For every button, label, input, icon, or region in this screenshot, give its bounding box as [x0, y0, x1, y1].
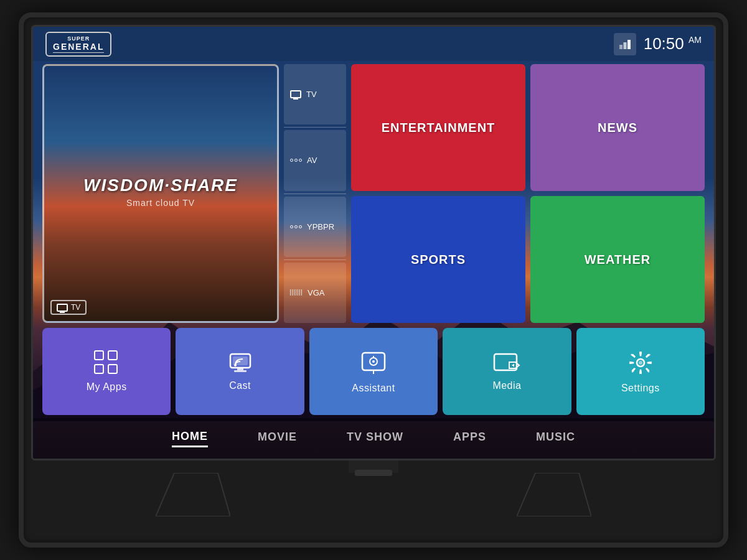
logo-underline: [53, 52, 104, 53]
vga-input-icon: [290, 289, 303, 296]
app-tile-media[interactable]: Media: [443, 328, 571, 415]
input-item-tv[interactable]: TV: [284, 64, 346, 124]
tiles-grid: ENTERTAINMENT NEWS SPORTS WEATHER: [351, 64, 705, 323]
apps-sq-3: [94, 364, 104, 374]
settings-label: Settings: [621, 383, 660, 394]
input-label-av: AV: [307, 156, 317, 165]
tile-weather[interactable]: WEATHER: [530, 196, 705, 323]
app-tile-cast[interactable]: Cast: [176, 328, 304, 415]
app-tile-settings[interactable]: Settings: [576, 328, 705, 415]
preview-subtitle: Smart cloud TV: [83, 198, 238, 208]
settings-icon: [627, 349, 654, 376]
svg-marker-16: [512, 364, 514, 367]
cast-icon: [227, 352, 254, 374]
svg-rect-2: [619, 45, 622, 49]
tile-sports[interactable]: SPORTS: [351, 196, 525, 323]
nav-apps[interactable]: APPS: [453, 431, 486, 446]
header-bar: SUPER GENERAL 10:50 AM: [33, 27, 714, 61]
nav-music[interactable]: MUSIC: [536, 431, 575, 446]
apps-sq-1: [94, 350, 104, 360]
nav-movie[interactable]: MOVIE: [258, 431, 297, 446]
clock-ampm: AM: [688, 35, 702, 45]
bottom-apps-row: My Apps: [42, 328, 705, 415]
input-label-tv: TV: [306, 90, 317, 99]
ypbpr-input-icon: [290, 225, 302, 228]
tile-weather-label: WEATHER: [585, 253, 651, 267]
tv-frame: SUPER GENERAL 10:50 AM: [19, 12, 728, 548]
app-tile-my-apps[interactable]: My Apps: [42, 328, 171, 415]
preview-badge-label: TV: [71, 303, 80, 312]
input-item-vga[interactable]: VGA: [284, 263, 346, 323]
clock-display: 10:50 AM: [644, 34, 702, 54]
main-content: WISDOM·SHARE Smart cloud TV TV TV: [42, 64, 705, 415]
tile-sports-label: SPORTS: [411, 253, 466, 267]
tile-entertainment[interactable]: ENTERTAINMENT: [351, 64, 525, 191]
svg-rect-3: [623, 42, 626, 49]
app-tile-assistant[interactable]: Assistant: [309, 328, 438, 415]
svg-point-9: [234, 364, 237, 366]
svg-rect-7: [234, 370, 247, 372]
tv-screen: SUPER GENERAL 10:50 AM: [31, 25, 716, 460]
top-row: WISDOM·SHARE Smart cloud TV TV TV: [42, 64, 705, 323]
preview-tv-icon: [57, 304, 68, 312]
my-apps-label: My Apps: [87, 381, 127, 393]
assistant-label: Assistant: [352, 383, 395, 394]
tv-bottom-logo: [355, 470, 392, 476]
tv-stand-area: [24, 460, 723, 529]
av-input-icon: [290, 159, 302, 162]
svg-rect-4: [627, 40, 631, 49]
my-apps-icon: [94, 350, 119, 375]
nav-home[interactable]: HOME: [172, 430, 208, 447]
assistant-icon: [360, 349, 387, 376]
input-item-ypbpr[interactable]: YPBPR: [284, 197, 346, 257]
brand-logo: SUPER GENERAL: [45, 32, 111, 57]
tile-news-label: NEWS: [598, 121, 637, 135]
tv-feet: [156, 473, 591, 516]
tile-entertainment-label: ENTERTAINMENT: [382, 121, 496, 135]
clock-time: 10:50: [644, 34, 684, 53]
media-icon: [493, 352, 520, 374]
preview-title: WISDOM·SHARE: [83, 175, 238, 195]
preview-panel[interactable]: WISDOM·SHARE Smart cloud TV TV: [42, 64, 279, 323]
svg-rect-6: [237, 368, 243, 370]
apps-sq-2: [108, 350, 118, 360]
input-divider-1: [284, 127, 346, 128]
preview-badge: TV: [50, 300, 87, 315]
input-divider-2: [284, 194, 346, 194]
brand-super: SUPER: [67, 35, 90, 42]
input-label-vga: VGA: [308, 288, 324, 297]
input-list: TV AV: [284, 64, 346, 323]
brand-general: GENERAL: [53, 42, 104, 52]
media-label: Media: [492, 380, 521, 391]
input-label-ypbpr: YPBPR: [307, 222, 334, 231]
tv-foot-right: [517, 473, 591, 516]
apps-sq-4: [108, 364, 118, 374]
tv-foot-left: [156, 473, 230, 516]
header-right: 10:50 AM: [614, 33, 702, 55]
svg-point-18: [639, 361, 642, 365]
tv-input-icon: [290, 90, 301, 98]
preview-title-area: WISDOM·SHARE Smart cloud TV: [83, 175, 238, 208]
input-item-av[interactable]: AV: [284, 130, 346, 190]
svg-point-13: [372, 360, 375, 363]
bottom-nav: HOME MOVIE TV SHOW APPS MUSIC: [33, 418, 714, 459]
input-divider-3: [284, 259, 346, 260]
network-icon: [614, 33, 636, 55]
cast-label: Cast: [229, 380, 251, 391]
nav-tvshow[interactable]: TV SHOW: [347, 431, 403, 446]
tile-news[interactable]: NEWS: [530, 64, 705, 191]
